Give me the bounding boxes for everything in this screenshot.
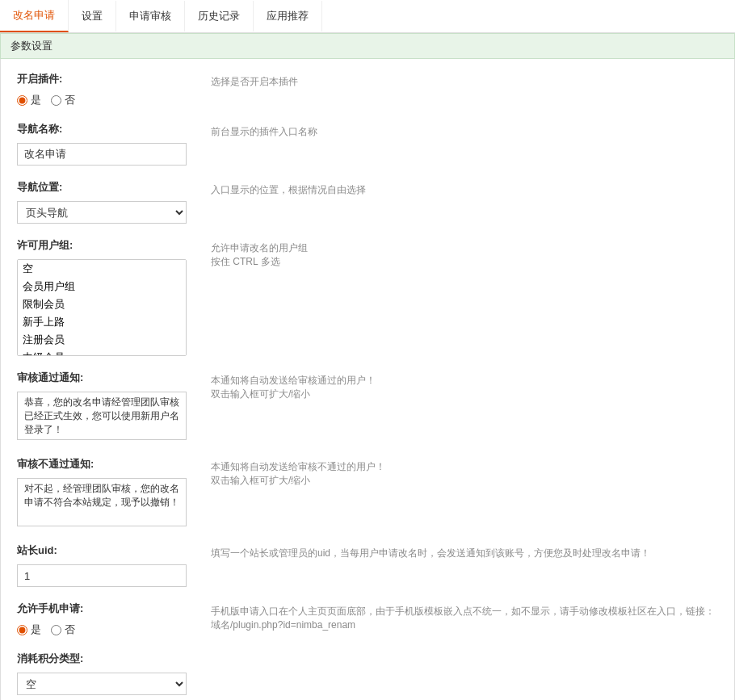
nav-name-desc: 前台显示的插件入口名称 <box>211 122 718 139</box>
admin-uid-desc: 填写一个站长或管理员的uid，当每用户申请改名时，会发送通知到该账号，方便您及时… <box>211 543 718 560</box>
nav-position-desc: 入口显示的位置，根据情况自由选择 <box>211 180 718 197</box>
enable-plugin-group: 是 否 <box>17 93 195 107</box>
admin-uid-row: 站长uid: 填写一个站长或管理员的uid，当每用户申请改名时，会发送通知到该账… <box>17 543 718 587</box>
enable-plugin-desc: 选择是否开启本插件 <box>211 72 718 89</box>
allow-mobile-yes-option[interactable]: 是 <box>17 622 41 637</box>
enable-plugin-yes-label: 是 <box>31 93 41 107</box>
enable-plugin-label: 开启插件: <box>17 72 195 86</box>
section-header: 参数设置 <box>0 33 735 59</box>
allow-mobile-no-label: 否 <box>65 622 75 637</box>
consume-type-desc <box>211 652 718 655</box>
nav-position-select[interactable]: 页头导航 <box>17 201 187 224</box>
allow-mobile-no-radio[interactable] <box>51 625 61 635</box>
allowed-groups-label: 许可用户组: <box>17 238 195 253</box>
allow-mobile-label: 允许手机申请: <box>17 601 195 616</box>
tab-recommend[interactable]: 应用推荐 <box>254 1 322 31</box>
consume-type-label: 消耗积分类型: <box>17 652 195 666</box>
consume-type-row: 消耗积分类型: 空 <box>17 652 718 695</box>
nav-position-label: 导航位置: <box>17 180 195 195</box>
allow-mobile-row: 允许手机申请: 是 否 手机版申请入口在个人主页页面底部，由于手机版模板嵌入点不… <box>17 601 718 637</box>
nav-name-label: 导航名称: <box>17 122 195 136</box>
fail-notify-textarea[interactable]: 对不起，经管理团队审核，您的改名申请不符合本站规定，现予以撤销！ <box>17 478 187 526</box>
admin-uid-label: 站长uid: <box>17 543 195 558</box>
nav-position-row: 导航位置: 页头导航 入口显示的位置，根据情况自由选择 <box>17 180 718 224</box>
pass-notify-row: 审核通过通知: 恭喜，您的改名申请经管理团队审核已经正式生效，您可以使用新用户名… <box>17 371 718 442</box>
admin-uid-input[interactable] <box>17 564 187 587</box>
allow-mobile-group: 是 否 <box>17 622 195 637</box>
fail-notify-label: 审核不通过通知: <box>17 457 195 472</box>
allowed-groups-listbox[interactable]: 空 会员用户组 限制会员 新手上路 注册会员 中级会员 高级会员 金牌会员 论坛… <box>17 259 187 356</box>
allow-mobile-yes-radio[interactable] <box>17 625 27 635</box>
allow-mobile-desc: 手机版申请入口在个人主页页面底部，由于手机版模板嵌入点不统一，如不显示，请手动修… <box>211 601 718 632</box>
nav-name-row: 导航名称: 前台显示的插件入口名称 <box>17 122 718 166</box>
group-option-3[interactable]: 新手上路 <box>18 313 186 331</box>
nav-name-input[interactable] <box>17 143 187 166</box>
group-option-2[interactable]: 限制会员 <box>18 296 186 313</box>
allowed-groups-row: 许可用户组: 空 会员用户组 限制会员 新手上路 注册会员 中级会员 高级会员 … <box>17 238 718 356</box>
allow-mobile-yes-label: 是 <box>31 622 41 637</box>
top-navigation: 改名申请 设置 申请审核 历史记录 应用推荐 <box>0 0 735 33</box>
tab-review[interactable]: 申请审核 <box>116 1 185 31</box>
allow-mobile-no-option[interactable]: 否 <box>51 622 75 637</box>
fail-notify-desc: 本通知将自动发送给审核不通过的用户！ 双击输入框可扩大/缩小 <box>211 457 718 488</box>
tab-settings[interactable]: 设置 <box>69 1 116 31</box>
pass-notify-textarea[interactable]: 恭喜，您的改名申请经管理团队审核已经正式生效，您可以使用新用户名登录了！ <box>17 392 187 440</box>
pass-notify-desc: 本通知将自动发送给审核通过的用户！ 双击输入框可扩大/缩小 <box>211 371 718 401</box>
consume-type-select[interactable]: 空 <box>17 673 187 695</box>
enable-plugin-no-label: 否 <box>65 93 75 107</box>
tab-rename-apply[interactable]: 改名申请 <box>0 0 69 32</box>
pass-notify-label: 审核通过通知: <box>17 371 195 385</box>
content-area: 开启插件: 是 否 选择是否开启本插件 导航名称: <box>0 59 735 700</box>
group-option-5[interactable]: 中级会员 <box>18 349 186 356</box>
allowed-groups-desc: 允许申请改名的用户组 按住 CTRL 多选 <box>211 238 718 269</box>
enable-plugin-yes-option[interactable]: 是 <box>17 93 41 107</box>
group-option-0[interactable]: 空 <box>18 260 186 278</box>
enable-plugin-no-option[interactable]: 否 <box>51 93 75 107</box>
enable-plugin-row: 开启插件: 是 否 选择是否开启本插件 <box>17 72 718 107</box>
enable-plugin-no-radio[interactable] <box>51 95 61 106</box>
section-title: 参数设置 <box>10 40 52 52</box>
group-option-1[interactable]: 会员用户组 <box>18 278 186 296</box>
group-option-4[interactable]: 注册会员 <box>18 331 186 349</box>
fail-notify-row: 审核不通过通知: 对不起，经管理团队审核，您的改名申请不符合本站规定，现予以撤销… <box>17 457 718 529</box>
tab-history[interactable]: 历史记录 <box>185 1 254 31</box>
enable-plugin-yes-radio[interactable] <box>17 95 27 106</box>
